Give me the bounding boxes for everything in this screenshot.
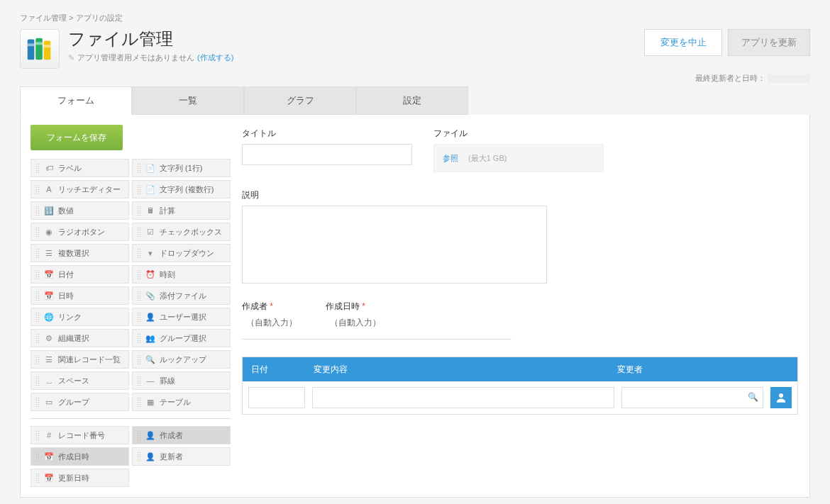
file-label: ファイル bbox=[433, 128, 604, 140]
space-icon: ⎵ bbox=[44, 376, 54, 386]
svg-rect-2 bbox=[44, 41, 51, 60]
file-max-text: (最大1 GB) bbox=[468, 153, 507, 164]
palette-calc[interactable]: 🖩計算 bbox=[132, 201, 231, 220]
palette-attachment[interactable]: 📎添付ファイル bbox=[132, 286, 231, 305]
tab-list[interactable]: 一覧 bbox=[132, 86, 244, 115]
memo-icon: ✎ bbox=[68, 53, 74, 62]
update-app-button[interactable]: アプリを更新 bbox=[728, 29, 810, 56]
palette-creator[interactable]: 👤作成者 bbox=[132, 426, 231, 444]
palette-updated-at[interactable]: 📅更新日時 bbox=[31, 469, 129, 487]
tab-settings[interactable]: 設定 bbox=[356, 86, 468, 115]
palette-time[interactable]: ⏰時刻 bbox=[132, 265, 231, 284]
a-icon: A bbox=[44, 184, 54, 194]
palette-rich-editor[interactable]: Aリッチエディター bbox=[31, 180, 129, 198]
page-title: ファイル管理 bbox=[68, 29, 636, 50]
tag-icon: 🏷 bbox=[44, 163, 54, 173]
radio-icon: ◉ bbox=[44, 227, 54, 237]
text-icon: 📄 bbox=[145, 163, 155, 173]
palette-user-select[interactable]: 👤ユーザー選択 bbox=[132, 308, 231, 326]
folder-icon: ▭ bbox=[44, 397, 54, 407]
clip-icon: 📎 bbox=[145, 291, 155, 301]
calendar-icon: 📅 bbox=[44, 269, 54, 279]
palette-org-select[interactable]: ⚙組織選択 bbox=[31, 329, 129, 347]
palette-date[interactable]: 📅日付 bbox=[31, 265, 129, 284]
svg-rect-4 bbox=[35, 42, 43, 45]
tab-form[interactable]: フォーム bbox=[20, 86, 132, 115]
create-memo-link[interactable]: (作成する) bbox=[197, 52, 233, 63]
palette-hr[interactable]: —罫線 bbox=[132, 371, 231, 390]
palette-text-single[interactable]: 📄文字列 (1行) bbox=[132, 159, 231, 177]
table-row: 🔍 bbox=[243, 381, 797, 414]
breadcrumb-root[interactable]: ファイル管理 bbox=[20, 13, 67, 22]
admin-memo-text: アプリ管理者用メモはありません bbox=[77, 52, 194, 63]
number-icon: # bbox=[44, 430, 54, 440]
palette-checkbox[interactable]: ☑チェックボックス bbox=[132, 223, 231, 241]
user-icon: 👤 bbox=[145, 312, 155, 322]
svg-rect-1 bbox=[35, 38, 43, 60]
palette-modifier[interactable]: 👤更新者 bbox=[132, 447, 231, 466]
user-picker-button[interactable] bbox=[770, 387, 792, 408]
dropdown-icon: ▾ bbox=[145, 248, 155, 258]
app-icon bbox=[20, 29, 60, 69]
search-icon: 🔍 bbox=[748, 392, 758, 402]
palette-multiselect[interactable]: ☰複数選択 bbox=[31, 244, 129, 262]
calendar-icon: 📅 bbox=[44, 473, 54, 483]
user-icon: 👤 bbox=[145, 430, 155, 440]
row-modifier-input[interactable]: 🔍 bbox=[621, 387, 763, 408]
palette-dropdown[interactable]: ▾ドロップダウン bbox=[132, 244, 231, 262]
th-date: 日付 bbox=[243, 364, 314, 376]
th-content: 変更内容 bbox=[314, 364, 613, 376]
palette-text-multi[interactable]: 📄文字列 (複数行) bbox=[132, 180, 231, 198]
file-browse-link[interactable]: 参照 bbox=[443, 153, 458, 164]
title-input[interactable] bbox=[242, 144, 412, 165]
palette-group-select[interactable]: 👥グループ選択 bbox=[132, 329, 231, 347]
user-icon: 👤 bbox=[145, 452, 155, 461]
palette-label[interactable]: 🏷ラベル bbox=[31, 159, 129, 177]
row-date-input[interactable] bbox=[248, 387, 305, 408]
th-modifier: 変更者 bbox=[613, 364, 797, 376]
calendar-icon: 📅 bbox=[44, 291, 54, 301]
row-content-input[interactable] bbox=[312, 387, 614, 408]
tab-graph[interactable]: グラフ bbox=[244, 86, 356, 115]
breadcrumb-current: アプリの設定 bbox=[76, 13, 123, 22]
save-form-button[interactable]: フォームを保存 bbox=[31, 125, 123, 150]
cancel-changes-button[interactable]: 変更を中止 bbox=[644, 29, 722, 56]
globe-icon: 🌐 bbox=[44, 312, 54, 322]
creator-value: （自動入力） bbox=[242, 317, 297, 329]
org-icon: ⚙ bbox=[44, 333, 54, 343]
hr-icon: — bbox=[145, 376, 155, 386]
palette-table[interactable]: ▦テーブル bbox=[132, 393, 231, 411]
description-input[interactable] bbox=[242, 206, 547, 284]
creator-label: 作成者 bbox=[242, 301, 267, 311]
palette-lookup[interactable]: 🔍ルックアップ bbox=[132, 350, 231, 369]
calendar-icon: 📅 bbox=[44, 452, 54, 461]
svg-rect-3 bbox=[28, 43, 35, 46]
multiselect-icon: ☰ bbox=[44, 248, 54, 258]
checkbox-icon: ☑ bbox=[145, 227, 155, 237]
svg-rect-0 bbox=[28, 40, 35, 60]
last-updated-label: 最終更新者と日時： bbox=[695, 74, 765, 82]
palette-related-records[interactable]: ☰関連レコード一覧 bbox=[31, 350, 129, 369]
subtable: 日付 変更内容 変更者 🔍 bbox=[242, 357, 798, 415]
palette-radio[interactable]: ◉ラジオボタン bbox=[31, 223, 129, 241]
tabs: フォーム 一覧 グラフ 設定 bbox=[20, 86, 810, 115]
title-label: タイトル bbox=[242, 128, 412, 140]
palette-link[interactable]: 🌐リンク bbox=[31, 308, 129, 326]
table-icon: ▦ bbox=[145, 397, 155, 407]
palette-record-number[interactable]: #レコード番号 bbox=[31, 426, 129, 444]
calc-icon: 🖩 bbox=[145, 206, 155, 215]
list-icon: ☰ bbox=[44, 354, 54, 364]
palette-space[interactable]: ⎵スペース bbox=[31, 371, 129, 390]
palette-number[interactable]: 🔢数値 bbox=[31, 201, 129, 220]
svg-rect-5 bbox=[44, 45, 51, 47]
palette-created-at[interactable]: 📅作成日時 bbox=[31, 447, 129, 466]
file-drop[interactable]: 参照 (最大1 GB) bbox=[433, 144, 604, 172]
svg-point-6 bbox=[779, 393, 783, 398]
palette-datetime[interactable]: 📅日時 bbox=[31, 286, 129, 305]
palette-group[interactable]: ▭グループ bbox=[31, 393, 129, 411]
group-icon: 👥 bbox=[145, 333, 155, 343]
created-at-label: 作成日時 bbox=[326, 301, 360, 311]
last-updated-value bbox=[768, 74, 810, 83]
breadcrumb: ファイル管理 > アプリの設定 bbox=[20, 13, 810, 23]
number-icon: 🔢 bbox=[44, 206, 54, 215]
